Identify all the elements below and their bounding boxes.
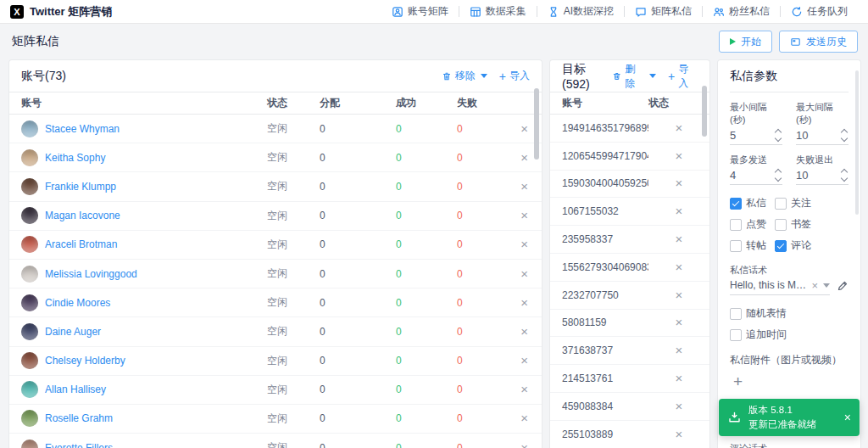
nav-account-matrix[interactable]: 账号矩阵 [381,4,459,19]
checkbox[interactable] [730,219,742,231]
remove-target-icon[interactable]: × [676,399,683,413]
account-name-link[interactable]: Araceli Brotman [45,238,117,250]
nav-ai-mining[interactable]: AI数据深挖 [537,4,624,19]
nav-matrix-dm[interactable]: 矩阵私信 [625,4,702,19]
checkbox-option[interactable]: 书签 [775,217,811,232]
remove-row-icon[interactable]: × [520,237,528,251]
target-id: 235958337 [550,233,648,245]
start-button[interactable]: 开始 [719,31,772,53]
account-name-link[interactable]: Chelsey Holderby [45,355,125,367]
nav-label: AI数据深挖 [564,4,614,19]
checkbox[interactable] [730,308,742,320]
checkbox-option[interactable]: 关注 [775,196,811,210]
checkbox-option[interactable]: 点赞 [730,217,766,232]
target-row: 214513761 × [550,365,709,393]
add-attachment-button[interactable]: + [730,367,746,393]
remove-row-icon[interactable]: × [520,266,528,281]
checkbox-option[interactable]: 私信 [730,196,766,210]
checkbox-option[interactable]: 追加时间 [730,328,787,342]
targets-scrollbar[interactable] [702,86,707,137]
account-success: 0 [396,384,457,395]
remove-target-icon[interactable]: × [676,288,683,302]
checkbox[interactable] [775,198,787,210]
dm-script-select[interactable]: Hello, this is Mr. Yang.We ... × [730,279,830,295]
account-name-link[interactable]: Everette Fillers [45,442,113,448]
number-input[interactable]: 4 [730,169,782,185]
remove-row-icon[interactable]: × [520,121,528,136]
clear-icon[interactable]: × [811,280,818,291]
remove-target-icon[interactable]: × [676,343,683,357]
import-targets-button[interactable]: + 导入 [668,62,698,91]
stepper[interactable] [842,170,849,181]
remove-target-icon[interactable]: × [676,148,683,163]
delete-targets-button[interactable]: 删除 [612,62,656,91]
checkbox[interactable] [730,329,742,341]
import-accounts-button[interactable]: + 导入 [499,69,530,83]
account-assigned: 0 [320,238,396,250]
remove-row-icon[interactable]: × [520,324,528,339]
nav-fans-dm[interactable]: 粉丝私信 [703,4,780,19]
remove-target-icon[interactable]: × [676,260,683,274]
accounts-scrollbar[interactable] [534,88,539,160]
account-name-link[interactable]: Roselle Grahm [45,412,113,424]
checkbox[interactable] [730,240,742,252]
account-name-link[interactable]: Melissia Lovinggood [45,268,137,280]
checkbox[interactable] [730,198,742,210]
remove-target-icon[interactable]: × [676,120,683,135]
remove-target-icon[interactable]: × [676,315,683,329]
number-input[interactable]: 10 [796,169,849,185]
target-id: 459088384 [550,400,648,412]
chevron-down-icon[interactable] [841,135,848,142]
stepper[interactable] [776,130,782,141]
checkbox-option[interactable]: 随机表情 [730,306,787,321]
account-success: 0 [396,123,457,135]
account-name-link[interactable]: Magan Iacovone [45,210,120,221]
number-input[interactable]: 5 [730,129,782,145]
checkbox[interactable] [775,240,787,252]
checkbox-option[interactable]: 评论 [775,238,811,253]
remove-row-icon[interactable]: × [520,179,528,193]
dm-script-value: Hello, this is Mr. Yang.We ... [730,279,806,291]
target-id: 2232707750 [550,289,648,301]
remove-row-icon[interactable]: × [520,411,528,425]
account-name-link[interactable]: Cindie Moores [45,297,110,309]
remove-row-icon[interactable]: × [520,382,528,396]
remove-target-icon[interactable]: × [676,427,683,441]
nav-data-collect[interactable]: 数据采集 [459,4,537,19]
remove-row-icon[interactable]: × [520,208,528,222]
stepper[interactable] [842,130,849,141]
remove-row-icon[interactable]: × [520,295,528,310]
checkbox[interactable] [775,219,787,231]
chevron-down-icon[interactable] [775,135,782,142]
account-name-link[interactable]: Allan Hallisey [45,384,106,395]
chevron-down-icon[interactable] [775,175,782,182]
accounts-list: Stacee Whyman 空闲 0 0 0 × Keitha Sophy 空闲… [9,115,542,448]
stepper[interactable] [776,170,782,181]
chevron-down-icon[interactable] [841,175,848,182]
remove-target-icon[interactable]: × [676,371,683,385]
target-row: 255103889 × [550,421,709,448]
account-assigned: 0 [320,181,396,193]
number-input[interactable]: 10 [796,129,849,145]
remove-row-icon[interactable]: × [520,353,528,367]
checkbox-option[interactable]: 转帖 [730,238,766,253]
close-toast-icon[interactable]: × [844,411,851,424]
remove-target-icon[interactable]: × [676,232,683,246]
remove-accounts-button[interactable]: 移除 [442,69,487,83]
remove-target-icon[interactable]: × [676,176,683,190]
nav-task-queue[interactable]: 任务队列 [781,4,858,19]
accounts-title: 账号(73) [21,69,66,84]
send-history-button[interactable]: 发送历史 [779,31,858,53]
account-name-link[interactable]: Stacee Whyman [45,123,120,135]
account-row: Stacee Whyman 空闲 0 0 0 × [9,115,542,143]
account-name-link[interactable]: Keitha Sophy [45,152,105,164]
account-assigned: 0 [320,152,396,164]
params-scrollbar[interactable] [855,70,859,215]
remove-target-icon[interactable]: × [676,204,683,218]
edit-dm-script-button[interactable] [837,280,849,294]
remove-row-icon[interactable]: × [520,150,528,165]
account-name-link[interactable]: Frankie Klumpp [45,181,116,193]
remove-row-icon[interactable]: × [520,440,528,448]
targets-table-header: 账号 状态 [550,92,709,115]
account-name-link[interactable]: Daine Auger [45,326,101,338]
